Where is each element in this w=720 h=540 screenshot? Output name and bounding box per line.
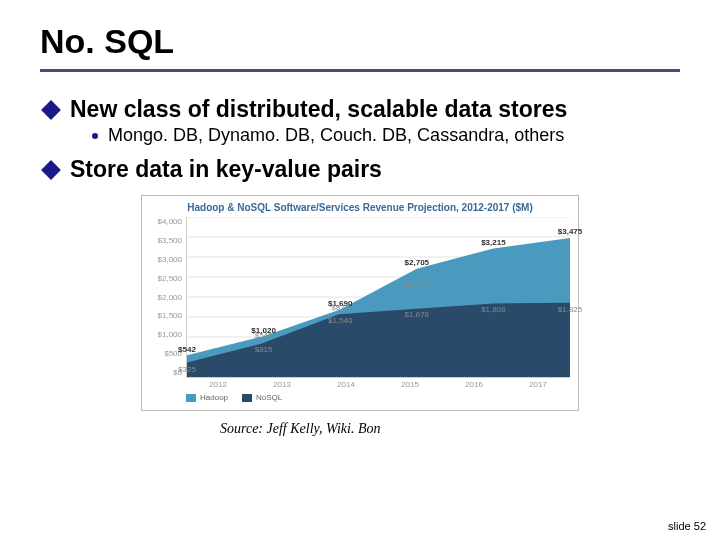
legend-item: NoSQL (242, 393, 282, 402)
disc-icon (92, 133, 98, 139)
chart-legend: Hadoop NoSQL (150, 389, 570, 402)
ytick-label: $3,000 (158, 255, 182, 264)
slide-number: slide 52 (668, 520, 706, 532)
bullet-1: New class of distributed, scalable data … (44, 96, 680, 123)
chart-title: Hadoop & NoSQL Software/Services Revenue… (150, 202, 570, 217)
data-label: $325 (178, 365, 196, 374)
legend-swatch-icon (186, 394, 196, 402)
data-label: $873 (331, 303, 349, 312)
xtick-label: 2015 (378, 380, 442, 389)
chart-xaxis: 201220132014201520162017 (186, 378, 570, 389)
diamond-icon (41, 160, 61, 180)
data-label: $2,705 (405, 258, 429, 267)
data-label: $1,447 (405, 280, 429, 289)
data-label: $543 (255, 331, 273, 340)
title-divider (40, 69, 680, 72)
chart-plot: $542$1,020$1,690$2,705$3,215$3,475$325$8… (186, 217, 570, 378)
data-label: $3,215 (481, 238, 505, 247)
chart-card: Hadoop & NoSQL Software/Services Revenue… (141, 195, 579, 411)
data-label: $1,808 (481, 305, 505, 314)
ytick-label: $1,000 (158, 330, 182, 339)
slide: No. SQL New class of distributed, scalab… (0, 0, 720, 540)
legend-label: Hadoop (200, 393, 228, 402)
subbullet-1: Mongo. DB, Dynamo. DB, Couch. DB, Cassan… (92, 125, 680, 146)
ytick-label: $2,500 (158, 274, 182, 283)
ytick-label: $4,000 (158, 217, 182, 226)
bullet-2: Store data in key-value pairs (44, 156, 680, 183)
chart-svg (187, 217, 570, 377)
data-label: $1,540 (328, 316, 352, 325)
data-label: $1,825 (558, 305, 582, 314)
legend-swatch-icon (242, 394, 252, 402)
diamond-icon (41, 100, 61, 120)
source-caption: Source: Jeff Kelly, Wiki. Bon (220, 421, 680, 437)
ytick-label: $2,000 (158, 293, 182, 302)
bullet-text: Store data in key-value pairs (70, 156, 382, 183)
ytick-label: $1,500 (158, 311, 182, 320)
data-label: $3,475 (558, 227, 582, 236)
xtick-label: 2017 (506, 380, 570, 389)
subbullet-text: Mongo. DB, Dynamo. DB, Couch. DB, Cassan… (108, 125, 564, 146)
data-label: $542 (178, 345, 196, 354)
legend-label: NoSQL (256, 393, 282, 402)
data-label: $815 (255, 345, 273, 354)
plot-wrap: $542$1,020$1,690$2,705$3,215$3,475$325$8… (186, 217, 570, 389)
xtick-label: 2013 (250, 380, 314, 389)
ytick-label: $3,500 (158, 236, 182, 245)
slide-title: No. SQL (40, 22, 680, 61)
xtick-label: 2012 (186, 380, 250, 389)
chart-frame: $4,000$3,500$3,000$2,500$2,000$1,500$1,0… (150, 217, 570, 389)
xtick-label: 2014 (314, 380, 378, 389)
bullet-text: New class of distributed, scalable data … (70, 96, 567, 123)
xtick-label: 2016 (442, 380, 506, 389)
data-label: $1,678 (405, 310, 429, 319)
legend-item: Hadoop (186, 393, 228, 402)
